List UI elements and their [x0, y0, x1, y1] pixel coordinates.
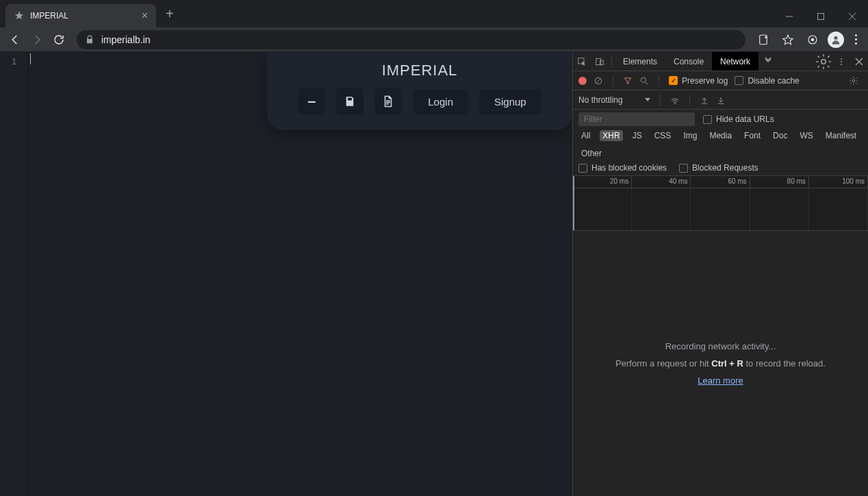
window-controls [774, 5, 868, 27]
url-text: imperialb.in [101, 34, 151, 45]
app-actions: – Login Signup [279, 88, 560, 115]
record-button[interactable] [578, 77, 587, 85]
timeline-overview[interactable]: 20 ms 40 ms 60 ms 80 ms 100 ms [573, 176, 868, 231]
filter-media[interactable]: Media [706, 130, 735, 141]
lock-icon [85, 35, 94, 45]
hide-data-urls-checkbox[interactable]: Hide data URLs [703, 114, 774, 124]
blocked-requests-checkbox[interactable]: Blocked Requests [679, 163, 758, 173]
devtools-menu-icon[interactable] [832, 58, 850, 65]
forward-button[interactable] [27, 30, 47, 49]
install-app-icon[interactable] [754, 30, 773, 49]
import-har-icon[interactable] [700, 95, 709, 105]
device-toggle-icon[interactable] [591, 52, 609, 71]
tab-title: IMPERIAL [30, 11, 136, 21]
document-icon [382, 95, 394, 108]
timeline-tick: 60 ms [691, 176, 750, 188]
save-icon [344, 95, 356, 108]
filter-input[interactable] [578, 112, 695, 126]
new-tab-button[interactable]: + [156, 6, 183, 22]
hint-message: Perform a request or hit Ctrl + R to rec… [615, 358, 826, 369]
throttling-select[interactable]: No throttling [578, 95, 650, 105]
favicon-icon [14, 10, 25, 21]
browser-menu-button[interactable] [850, 34, 863, 45]
search-icon[interactable] [639, 76, 649, 86]
filter-css[interactable]: CSS [652, 130, 674, 141]
svg-point-20 [674, 103, 675, 103]
timeline-ruler: 20 ms 40 ms 60 ms 80 ms 100 ms [573, 176, 868, 188]
login-button[interactable]: Login [413, 89, 468, 114]
filter-font[interactable]: Font [741, 130, 763, 141]
separator [660, 95, 661, 106]
svg-point-19 [852, 79, 855, 82]
save-button[interactable] [336, 88, 363, 115]
network-conditions-icon[interactable] [670, 95, 680, 105]
text-cursor [30, 53, 31, 64]
preserve-log-label: Preserve log [682, 76, 728, 86]
separator [689, 95, 690, 106]
clear-icon[interactable] [593, 76, 603, 86]
filter-all[interactable]: All [578, 130, 593, 141]
more-tabs-icon[interactable] [758, 56, 778, 66]
filter-ws[interactable]: WS [797, 130, 815, 141]
hint-post: to record the reload. [743, 358, 826, 369]
toolbar-right [754, 30, 863, 49]
filter-doc[interactable]: Doc [770, 130, 790, 141]
checkbox-icon [578, 164, 587, 173]
browser-toolbar: imperialb.in [0, 27, 868, 52]
svg-point-7 [811, 38, 815, 41]
export-har-icon[interactable] [716, 95, 726, 105]
filter-section: Hide data URLs All XHR JS CSS Img Media … [573, 110, 868, 176]
learn-more-link[interactable]: Learn more [698, 375, 743, 386]
tab-console[interactable]: Console [665, 52, 712, 71]
checkbox-icon [679, 164, 688, 173]
filter-js[interactable]: JS [630, 130, 645, 141]
svg-line-16 [596, 78, 601, 83]
svg-point-8 [834, 36, 837, 39]
checkbox-checked-icon: ✓ [669, 76, 678, 85]
tab-elements[interactable]: Elements [615, 52, 665, 71]
filter-manifest[interactable]: Manifest [823, 130, 859, 141]
new-doc-button[interactable] [374, 88, 402, 115]
checkbox-icon [735, 76, 743, 85]
filter-other[interactable]: Other [578, 148, 604, 159]
address-bar[interactable]: imperialb.in [77, 30, 745, 49]
filter-img[interactable]: Img [680, 130, 700, 141]
resource-type-filters: All XHR JS CSS Img Media Font Doc WS Man… [578, 130, 863, 159]
profile-avatar[interactable] [828, 32, 844, 48]
has-blocked-cookies-label: Has blocked cookies [591, 163, 667, 173]
preserve-log-checkbox[interactable]: ✓ Preserve log [669, 76, 728, 86]
devtools-close-icon[interactable] [850, 58, 868, 66]
browser-tab[interactable]: IMPERIAL × [5, 4, 156, 27]
svg-rect-11 [600, 60, 604, 64]
devtools-settings-icon[interactable] [815, 53, 832, 71]
extensions-icon[interactable] [803, 30, 822, 49]
network-empty-state: Recording network activity... Perform a … [573, 231, 868, 496]
timeline-tick: 40 ms [632, 176, 691, 188]
close-tab-icon[interactable]: × [142, 10, 148, 22]
page-viewport: 1 IMPERIAL – Login Signup [0, 52, 572, 496]
has-blocked-cookies-checkbox[interactable]: Has blocked cookies [578, 163, 667, 173]
tab-network[interactable]: Network [712, 52, 758, 71]
disable-cache-checkbox[interactable]: Disable cache [735, 76, 799, 86]
hint-kbd: Ctrl + R [711, 358, 743, 369]
window-close-button[interactable] [837, 5, 868, 27]
devtools-panel: Elements Console Network ✓ Preserve log [572, 52, 868, 496]
inspect-element-icon[interactable] [573, 52, 591, 71]
line-number: 1 [0, 56, 28, 66]
window-minimize-button[interactable] [774, 5, 805, 27]
filter-xhr[interactable]: XHR [600, 130, 622, 141]
content-area: 1 IMPERIAL – Login Signup [0, 52, 868, 496]
reload-button[interactable] [49, 30, 68, 49]
separator [611, 56, 612, 67]
svg-point-5 [765, 36, 767, 38]
bookmark-icon[interactable] [778, 30, 797, 49]
minimize-panel-button[interactable]: – [298, 88, 325, 115]
window-maximize-button[interactable] [805, 5, 837, 27]
timeline-tick: 20 ms [573, 176, 632, 188]
back-button[interactable] [5, 30, 25, 49]
network-settings-icon[interactable] [845, 71, 863, 90]
signup-button[interactable]: Signup [479, 89, 541, 114]
timeline-body [573, 188, 868, 230]
filter-icon[interactable] [623, 76, 633, 86]
devtools-tabstrip: Elements Console Network [573, 52, 868, 71]
